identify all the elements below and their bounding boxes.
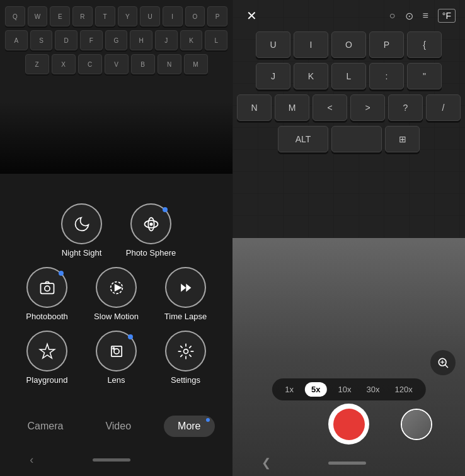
- mode-row-3: Playground Lens: [9, 331, 223, 385]
- gallery-thumbnail[interactable]: [401, 409, 432, 440]
- right-bottom-indicators: ❮: [233, 456, 465, 470]
- right-nav-chevron[interactable]: ❮: [261, 456, 271, 470]
- key-r: R: [72, 6, 93, 26]
- photo-sphere-icon-circle: [130, 203, 171, 244]
- key-u: U: [140, 6, 160, 26]
- key-s: S: [30, 30, 53, 50]
- rt-key-lbrace: {: [407, 31, 442, 58]
- svg-point-12: [183, 349, 188, 353]
- settings-icon-circle: [165, 331, 206, 371]
- rt-key-n: N: [237, 94, 272, 121]
- lens-search-button[interactable]: [430, 350, 456, 375]
- lens-icon-circle: [96, 331, 137, 371]
- key-t: T: [95, 6, 115, 26]
- capture-button[interactable]: [328, 404, 369, 445]
- lens-label: Lens: [107, 375, 125, 385]
- mode-lens[interactable]: Lens: [88, 331, 145, 385]
- photobooth-icon: [38, 279, 56, 297]
- rt-key-l: L: [331, 63, 366, 89]
- time-lapse-icon-circle: [165, 267, 206, 308]
- time-lapse-icon: [177, 279, 195, 297]
- camera-nav-bar: Camera Video More: [0, 414, 233, 438]
- photobooth-label: Photobooth: [26, 312, 68, 321]
- rt-key-gt: >: [350, 94, 385, 121]
- rt-key-question: ?: [388, 94, 423, 121]
- photobooth-icon-circle: [26, 267, 67, 308]
- slow-motion-icon: [108, 279, 125, 297]
- svg-point-2: [150, 223, 152, 225]
- temperature-indicator: °F: [438, 9, 456, 23]
- playground-icon-circle: [26, 331, 67, 371]
- hdr-icon[interactable]: ⊙: [405, 10, 413, 22]
- photo-sphere-label: Photo Sphere: [126, 248, 176, 258]
- zoom-30x[interactable]: 30x: [363, 382, 384, 397]
- mode-photobooth[interactable]: Photobooth: [19, 267, 76, 321]
- timer-icon[interactable]: ○: [389, 10, 396, 21]
- zoom-5x-active[interactable]: 5x: [305, 382, 326, 397]
- slow-motion-label: Slow Motion: [94, 312, 139, 321]
- photobooth-dot: [59, 271, 64, 276]
- photo-sphere-dot: [163, 207, 168, 212]
- key-n: N: [158, 54, 181, 74]
- keyboard-row-2: A S D F G H J K L: [0, 30, 233, 50]
- svg-point-11: [113, 348, 114, 349]
- mode-slow-motion[interactable]: Slow Motion: [88, 267, 145, 321]
- keyboard-fade-overlay: [0, 101, 233, 176]
- rt-key-windows: ⊞: [385, 126, 420, 152]
- zoom-controls: 1x 5x 10x 30x 120x: [272, 378, 425, 400]
- key-c: C: [78, 54, 102, 74]
- mode-time-lapse[interactable]: Time Lapse: [158, 267, 214, 321]
- moon-icon: [73, 215, 91, 233]
- rt-key-slash: /: [426, 94, 461, 121]
- zoom-1x[interactable]: 1x: [281, 382, 297, 397]
- capture-row: [233, 404, 465, 445]
- key-l: L: [205, 30, 227, 50]
- mode-night-sight[interactable]: Night Sight: [54, 203, 110, 258]
- search-icon: [437, 356, 449, 369]
- nav-video[interactable]: Video: [96, 414, 141, 438]
- keyboard-keys-left: Q W E R T Y U I O P A S D F G H J K L: [0, 6, 233, 78]
- key-p: P: [207, 6, 227, 26]
- keyboard-background: Q W E R T Y U I O P A S D F G H J K L: [0, 0, 233, 176]
- mode-photo-sphere[interactable]: Photo Sphere: [123, 203, 180, 258]
- night-sight-label: Night Sight: [62, 248, 102, 258]
- svg-marker-8: [187, 285, 190, 290]
- night-sight-icon-circle: [61, 203, 102, 244]
- settings-gear-icon: [177, 343, 195, 360]
- svg-point-4: [44, 286, 49, 291]
- nav-camera[interactable]: Camera: [18, 414, 73, 438]
- nav-more[interactable]: More: [164, 416, 214, 437]
- rt-key-quote: ": [407, 63, 442, 89]
- right-bottom-view: 1x 5x 10x 30x 120x ❮: [233, 238, 465, 476]
- close-button[interactable]: ✕: [242, 6, 261, 25]
- key-d: D: [55, 30, 78, 50]
- zoom-120x[interactable]: 120x: [391, 382, 416, 397]
- zoom-10x[interactable]: 10x: [335, 382, 355, 397]
- nav-back-chevron[interactable]: ‹: [30, 453, 33, 467]
- svg-point-10: [113, 348, 118, 353]
- key-f: F: [80, 30, 103, 50]
- bottom-nav-indicators: ‹: [0, 453, 233, 467]
- rt-key-p: P: [369, 31, 404, 58]
- keyboard-row-1: Q W E R T Y U I O P: [0, 6, 233, 26]
- rt-key-o: O: [331, 31, 366, 58]
- mode-row-1: Night Sight Photo Sphere: [9, 203, 223, 258]
- menu-icon[interactable]: ≡: [423, 10, 428, 21]
- rt-key-i: I: [294, 31, 328, 58]
- top-bar: ✕ ○ ⊙ ≡ °F: [233, 6, 465, 25]
- key-w: W: [28, 6, 48, 26]
- svg-marker-6: [115, 285, 120, 290]
- svg-rect-3: [40, 283, 54, 293]
- top-action-icons: ○ ⊙ ≡ °F: [389, 9, 456, 23]
- key-b: B: [131, 54, 155, 74]
- gallery-thumb-image: [402, 410, 431, 439]
- rt-key-lt: <: [313, 94, 347, 121]
- mode-settings[interactable]: Settings: [158, 331, 214, 385]
- left-panel: Q W E R T Y U I O P A S D F G H J K L: [0, 0, 233, 476]
- key-z: Z: [25, 54, 49, 74]
- mode-playground[interactable]: Playground: [19, 331, 76, 385]
- rt-key-alt: ALT: [278, 126, 328, 152]
- camera-modes-panel: Night Sight Photo Sphere: [0, 174, 233, 476]
- lens-icon: [108, 343, 125, 360]
- nav-home-pill: [93, 458, 130, 462]
